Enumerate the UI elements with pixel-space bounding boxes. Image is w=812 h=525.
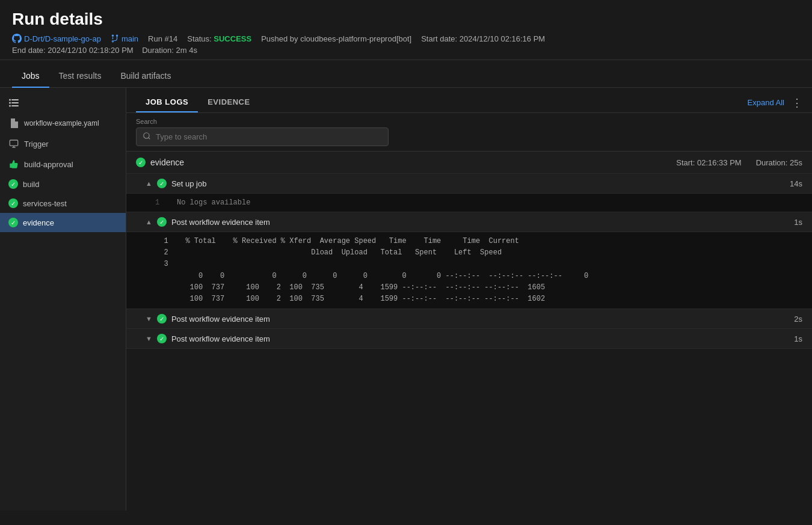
more-options-button[interactable]: ⋮ — [792, 96, 802, 109]
services-test-check-icon: ✓ — [8, 198, 18, 208]
job-logs-header: JOB LOGS EVIDENCE Expand All ⋮ — [126, 88, 812, 113]
post-evidence-3-name: Post workflow evidence item — [171, 334, 270, 343]
build-approval-label: build-approval — [24, 160, 73, 169]
sidebar-item-trigger[interactable]: Trigger — [0, 134, 126, 154]
post-evidence-2-name: Post workflow evidence item — [171, 315, 270, 324]
branch-icon — [111, 34, 119, 43]
search-input[interactable] — [156, 132, 382, 141]
branch-name: main — [121, 34, 138, 43]
trigger-icon — [8, 138, 19, 149]
tab-jobs[interactable]: Jobs — [12, 65, 49, 88]
step-post-evidence-2: ▼ ✓ Post workflow evidence item 2s — [126, 309, 812, 329]
page-title: Run details — [12, 10, 800, 29]
sidebar-item-build[interactable]: ✓ build — [0, 174, 126, 194]
duration: Duration: 2m 4s — [142, 46, 197, 55]
evidence-row-right: Start: 02:16:33 PM Duration: 25s — [676, 158, 802, 167]
expand-all-button[interactable]: Expand All — [748, 98, 784, 107]
step-post-evidence-3: ▼ ✓ Post workflow evidence item 1s — [126, 329, 812, 349]
tab-test-results[interactable]: Test results — [49, 65, 111, 88]
file-icon — [8, 118, 19, 129]
evidence-job-name: evidence — [150, 158, 184, 167]
status-label: Status: SUCCESS — [187, 34, 251, 43]
evidence-label: evidence — [23, 218, 54, 227]
sidebar: workflow-example.yaml Trigger build-appr… — [0, 88, 126, 511]
list-icon — [8, 97, 19, 108]
post-evidence-1-name: Post workflow evidence item — [171, 218, 270, 227]
log-num-1: 1 — [155, 198, 167, 207]
build-check-icon: ✓ — [8, 179, 18, 189]
step-setup-job-left: ▲ ✓ Set up job — [146, 179, 206, 188]
chevron-up-icon-2[interactable]: ▲ — [146, 218, 152, 226]
setup-job-name: Set up job — [171, 179, 207, 188]
sidebar-item-build-approval[interactable]: build-approval — [0, 154, 126, 174]
start-date: Start date: 2024/12/10 02:16:16 PM — [421, 34, 545, 43]
tab-job-logs[interactable]: JOB LOGS — [136, 93, 198, 112]
branch-link[interactable]: main — [111, 34, 138, 43]
setup-job-logs: 1 No logs available — [126, 194, 812, 212]
tabs-bar: Jobs Test results Build artifacts — [0, 65, 812, 88]
run-meta-sub: End date: 2024/12/10 02:18:20 PM Duratio… — [12, 46, 800, 55]
evidence-job-row: ✓ evidence Start: 02:16:33 PM Duration: … — [126, 152, 812, 174]
step-setup-job: ▲ ✓ Set up job 14s — [126, 174, 812, 194]
trigger-label: Trigger — [24, 140, 49, 149]
chevron-down-icon-2[interactable]: ▼ — [146, 335, 152, 342]
run-number: Run #14 — [148, 34, 177, 43]
search-bar: Search — [126, 113, 812, 152]
tab-evidence[interactable]: EVIDENCE — [198, 93, 259, 112]
repo-link[interactable]: D-Drt/D-sample-go-ap — [12, 34, 101, 43]
repo-name: D-Drt/D-sample-go-ap — [24, 34, 101, 43]
evidence-check-icon: ✓ — [8, 218, 18, 227]
run-meta-row: D-Drt/D-sample-go-ap main Run #14 Status… — [12, 34, 800, 43]
step-post-evidence-1: ▲ ✓ Post workflow evidence item 1s — [126, 212, 812, 232]
svg-point-3 — [9, 99, 11, 101]
data-table-block: 1 % Total % Received % Xferd Average Spe… — [126, 232, 812, 309]
content-area: JOB LOGS EVIDENCE Expand All ⋮ Search ✓ — [126, 88, 812, 511]
page-header: Run details D-Drt/D-sample-go-ap main Ru… — [0, 0, 812, 60]
step-post-evidence-3-left: ▼ ✓ Post workflow evidence item — [146, 334, 270, 343]
job-logs-tabs: JOB LOGS EVIDENCE — [136, 93, 260, 112]
post-evidence-3-duration: 1s — [794, 334, 802, 343]
chevron-down-icon-1[interactable]: ▼ — [146, 315, 152, 322]
svg-rect-1 — [11, 102, 19, 103]
svg-point-5 — [9, 105, 11, 107]
workflow-file-label: workflow-example.yaml — [24, 119, 99, 127]
status-value: SUCCESS — [214, 34, 251, 43]
svg-rect-2 — [11, 105, 19, 106]
search-input-wrap — [136, 127, 389, 146]
setup-job-duration: 14s — [790, 179, 802, 188]
end-date: End date: 2024/12/10 02:18:20 PM — [12, 46, 134, 55]
evidence-row-left: ✓ evidence — [136, 158, 184, 167]
logs-body: ✓ evidence Start: 02:16:33 PM Duration: … — [126, 152, 812, 511]
pushed-by: Pushed by cloudbees-platform-preprod[bot… — [261, 34, 411, 43]
sidebar-item-evidence[interactable]: ✓ evidence — [0, 213, 126, 232]
tab-build-artifacts[interactable]: Build artifacts — [111, 65, 180, 88]
post-evidence-1-check-icon: ✓ — [157, 217, 167, 227]
search-label: Search — [136, 118, 802, 125]
svg-point-7 — [144, 133, 149, 138]
log-text-1: No logs available — [177, 198, 250, 207]
step-post-evidence-1-left: ▲ ✓ Post workflow evidence item — [146, 217, 270, 227]
sidebar-item-services-test[interactable]: ✓ services-test — [0, 194, 126, 213]
svg-line-8 — [149, 138, 150, 140]
main-layout: workflow-example.yaml Trigger build-appr… — [0, 88, 812, 511]
sidebar-item-workflow[interactable]: workflow-example.yaml — [0, 113, 126, 134]
chevron-up-icon[interactable]: ▲ — [146, 180, 152, 187]
post-evidence-1-duration: 1s — [794, 218, 802, 227]
services-test-label: services-test — [23, 199, 67, 208]
post-evidence-2-duration: 2s — [794, 315, 802, 324]
post-evidence-3-check-icon: ✓ — [157, 334, 167, 343]
sidebar-item-list[interactable] — [0, 93, 126, 113]
search-icon — [143, 132, 151, 142]
evidence-start: Start: 02:16:33 PM — [676, 158, 741, 167]
thumb-up-icon — [8, 159, 19, 170]
svg-point-4 — [9, 102, 11, 104]
job-logs-actions: Expand All ⋮ — [748, 96, 802, 109]
svg-rect-6 — [10, 140, 17, 146]
build-label: build — [23, 180, 39, 189]
github-icon — [12, 34, 22, 43]
setup-job-check-icon: ✓ — [157, 179, 167, 188]
data-table-pre: 1 % Total % Received % Xferd Average Spe… — [155, 236, 802, 305]
evidence-row-icon: ✓ — [136, 158, 146, 167]
step-post-evidence-2-left: ▼ ✓ Post workflow evidence item — [146, 314, 270, 324]
log-line-1: 1 No logs available — [155, 198, 802, 207]
